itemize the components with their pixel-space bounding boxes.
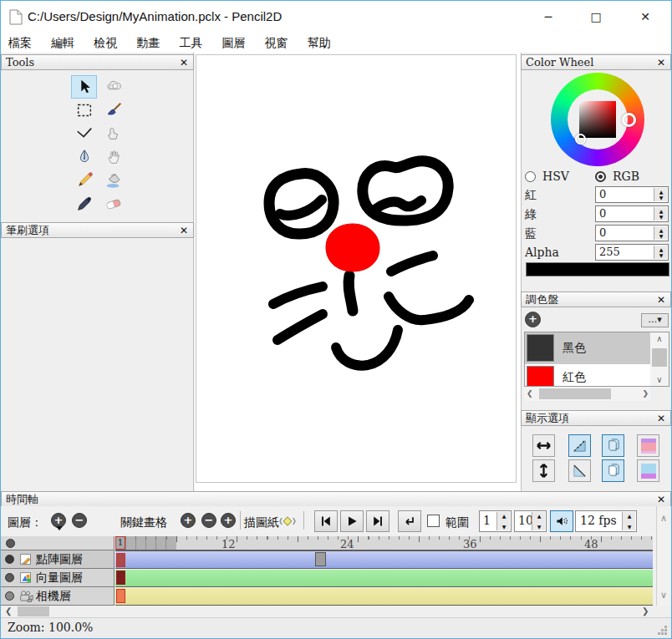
range-start-spinbox[interactable]: 1 ▲▼: [479, 510, 512, 532]
green-field[interactable]: 0 ▲▼: [595, 205, 669, 222]
timeline-close-icon[interactable]: ✕: [657, 493, 665, 507]
red-field[interactable]: 0 ▲▼: [595, 186, 669, 203]
vector-visibility-dot[interactable]: [5, 573, 14, 582]
range-start-spinner[interactable]: ▲▼: [496, 512, 510, 530]
palette-scroll-up-icon[interactable]: ∧: [650, 334, 669, 343]
range-checkbox[interactable]: [427, 515, 440, 527]
tint-red-button[interactable]: [637, 434, 659, 457]
tool-pen-button[interactable]: [71, 145, 97, 169]
display-options-close-icon[interactable]: ✕: [657, 412, 665, 426]
remove-keyframe-button[interactable]: −: [201, 513, 216, 528]
alpha-field[interactable]: 255 ▲▼: [595, 244, 669, 261]
saturation-value-square[interactable]: [579, 101, 616, 138]
onion-skin-icon[interactable]: [279, 515, 296, 528]
tool-pencil-button[interactable]: [71, 169, 97, 192]
blue-spinner[interactable]: ▲▼: [654, 226, 667, 240]
menu-item-edit[interactable]: 編輯: [43, 33, 82, 53]
menu-item-layer[interactable]: 圖層: [214, 33, 252, 53]
tool-finger-smudge-button[interactable]: [100, 122, 126, 145]
camera-visibility-dot[interactable]: [5, 591, 14, 601]
fps-spinbox[interactable]: 12 fps ▲▼: [575, 510, 637, 532]
menu-item-tools[interactable]: 工具: [171, 33, 210, 53]
menu-item-help[interactable]: 幫助: [300, 33, 339, 53]
tool-smudge-button[interactable]: [100, 75, 126, 99]
add-keyframe-button[interactable]: +: [181, 513, 196, 528]
resize-grip[interactable]: [657, 625, 668, 636]
timeline-ruler[interactable]: 12 24 36 48 1: [115, 536, 653, 550]
tool-eyedropper-button[interactable]: [71, 192, 97, 216]
onion-skin-next-button[interactable]: [568, 459, 591, 482]
color-wheel-close-icon[interactable]: ✕: [657, 56, 665, 70]
menu-item-window[interactable]: 視窗: [257, 33, 296, 53]
tool-eraser-button[interactable]: [100, 192, 126, 216]
range-end-spinbox[interactable]: 10 ▲▼: [514, 510, 547, 532]
alpha-spinner[interactable]: ▲▼: [654, 246, 667, 259]
timeline-scroll-down-icon[interactable]: ∨: [660, 590, 667, 601]
menu-item-view[interactable]: 檢視: [86, 33, 125, 53]
add-color-button[interactable]: +: [525, 312, 541, 327]
onion-skin-pages-a-button[interactable]: [602, 434, 624, 457]
prev-frame-button[interactable]: [314, 510, 338, 532]
rgb-radio[interactable]: [595, 171, 606, 182]
bitmap-visibility-dot[interactable]: [5, 555, 14, 564]
palette-close-icon[interactable]: ✕: [657, 293, 665, 307]
timeline-hscrollbar[interactable]: ❮ ❯: [1, 606, 671, 617]
palette-item-black[interactable]: 黑色: [525, 332, 650, 364]
flip-horizontal-button[interactable]: [532, 434, 555, 457]
green-spinner[interactable]: ▲▼: [654, 207, 667, 221]
timeline-scroll-left-icon[interactable]: ❮: [5, 606, 12, 616]
maximize-button[interactable]: □: [577, 1, 615, 33]
camera-keyframe-1[interactable]: [116, 589, 125, 603]
tool-hand-button[interactable]: [100, 145, 126, 169]
vector-track[interactable]: [115, 570, 653, 587]
flip-vertical-button[interactable]: [532, 459, 555, 482]
all-layers-visibility-dot[interactable]: [6, 539, 15, 548]
timeline-vscrollbar[interactable]: ∧ ∨: [656, 506, 671, 606]
remove-layer-button[interactable]: −: [72, 513, 87, 528]
tool-bucket-button[interactable]: [100, 169, 126, 192]
layer-row-camera[interactable]: 相機層: [1, 587, 115, 606]
tools-close-icon[interactable]: ✕: [180, 56, 188, 70]
playhead-frame-cell[interactable]: 1: [115, 536, 125, 550]
bitmap-selected-frame[interactable]: [315, 552, 326, 566]
palette-hscroll-thumb[interactable]: [539, 388, 611, 399]
palette-scroll-left-icon[interactable]: ❮: [527, 389, 533, 398]
palette-menu-button[interactable]: …▾: [641, 313, 669, 327]
palette-vscrollbar[interactable]: ∧ ∨: [650, 332, 669, 386]
hsv-radio[interactable]: [525, 171, 536, 182]
red-spinner[interactable]: ▲▼: [654, 188, 667, 201]
timeline-hscroll-thumb[interactable]: [18, 606, 49, 616]
tool-select-button[interactable]: [71, 75, 97, 99]
loop-button[interactable]: [398, 510, 421, 532]
bitmap-track[interactable]: [115, 550, 653, 569]
duplicate-keyframe-button[interactable]: +: [221, 513, 236, 528]
drawing-canvas[interactable]: [196, 54, 517, 483]
menu-item-file[interactable]: 檔案: [1, 33, 39, 53]
onion-skin-pages-b-button[interactable]: [602, 459, 624, 482]
fps-spinner[interactable]: ▲▼: [622, 512, 635, 530]
palette-item-red[interactable]: 紅色: [525, 364, 650, 387]
camera-track[interactable]: [115, 588, 653, 606]
palette-vscroll-thumb[interactable]: [652, 348, 667, 367]
timeline-scroll-right-icon[interactable]: ❯: [642, 606, 649, 616]
hue-selector-ring[interactable]: [622, 113, 636, 127]
add-layer-dropdown-icon[interactable]: [56, 526, 63, 534]
timeline-scroll-up-icon[interactable]: ∧: [660, 513, 667, 524]
bitmap-keyframe-1[interactable]: [116, 553, 125, 567]
layer-row-vector[interactable]: 向量圖層: [1, 569, 115, 587]
tool-brush-button[interactable]: [100, 99, 126, 122]
layer-row-bitmap[interactable]: 點陣圖層: [1, 550, 115, 569]
palette-hscrollbar[interactable]: ❮ ❯: [524, 387, 651, 401]
tint-blue-button[interactable]: [637, 459, 659, 482]
menu-item-animation[interactable]: 動畫: [129, 33, 167, 53]
range-end-spinner[interactable]: ▲▼: [532, 512, 545, 530]
sound-button[interactable]: [550, 510, 573, 532]
tool-marquee-button[interactable]: [71, 99, 97, 122]
brush-options-close-icon[interactable]: ✕: [180, 224, 188, 238]
palette-scroll-right-icon[interactable]: ❯: [642, 389, 649, 398]
onion-skin-prev-button[interactable]: [568, 434, 591, 457]
next-frame-button[interactable]: [366, 510, 389, 532]
tool-polyline-button[interactable]: [71, 122, 97, 145]
palette-scroll-down-icon[interactable]: ∨: [650, 375, 669, 384]
minimize-button[interactable]: ─: [529, 1, 568, 33]
